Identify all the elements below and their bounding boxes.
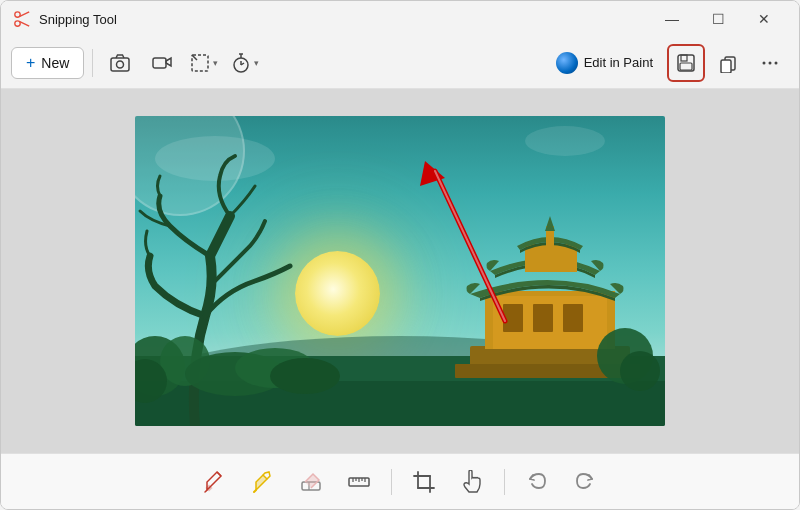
screenshot-container xyxy=(135,116,665,426)
camera-icon xyxy=(109,52,131,74)
copy-button[interactable] xyxy=(709,44,747,82)
svg-rect-34 xyxy=(563,304,583,332)
svg-line-47 xyxy=(254,490,256,492)
main-toolbar: + New ▾ xyxy=(1,37,799,89)
plus-icon: + xyxy=(26,54,35,72)
undo-icon xyxy=(526,471,548,493)
video-mode-button[interactable] xyxy=(143,44,181,82)
svg-marker-37 xyxy=(545,216,555,231)
video-icon xyxy=(151,52,173,74)
svg-line-3 xyxy=(20,22,29,27)
eraser-icon xyxy=(299,470,323,494)
svg-rect-15 xyxy=(681,55,687,61)
svg-point-5 xyxy=(117,61,124,68)
crop-icon xyxy=(412,470,436,494)
bottom-toolbar xyxy=(1,453,799,509)
pen-icon xyxy=(203,470,227,494)
timer-icon xyxy=(230,52,252,74)
redo-button[interactable] xyxy=(565,462,605,502)
svg-line-2 xyxy=(20,12,29,16)
snipping-tool-window: Snipping Tool — ☐ ✕ + New xyxy=(0,0,800,510)
eraser-tool-button[interactable] xyxy=(291,462,331,502)
content-area xyxy=(1,89,799,453)
window-controls: — ☐ ✕ xyxy=(649,1,787,37)
save-icon xyxy=(676,53,696,73)
pen-tool-button[interactable] xyxy=(195,462,235,502)
snip-mode-button[interactable]: ▾ xyxy=(185,44,222,82)
svg-point-1 xyxy=(15,21,20,26)
highlighter-tool-button[interactable] xyxy=(243,462,283,502)
svg-rect-32 xyxy=(503,304,523,332)
close-button[interactable]: ✕ xyxy=(741,1,787,37)
copy-icon xyxy=(718,53,738,73)
redo-icon xyxy=(574,471,596,493)
bottom-separator-1 xyxy=(391,469,392,495)
svg-rect-18 xyxy=(721,60,731,73)
highlighter-icon xyxy=(251,470,275,494)
svg-point-20 xyxy=(769,61,772,64)
ruler-tool-button[interactable] xyxy=(339,462,379,502)
touch-icon xyxy=(460,470,484,494)
paint-globe-icon xyxy=(556,52,578,74)
snip-mode-dropdown-arrow: ▾ xyxy=(213,58,218,68)
svg-point-39 xyxy=(620,351,660,391)
window-title: Snipping Tool xyxy=(39,12,117,27)
edit-paint-label: Edit in Paint xyxy=(584,55,653,70)
new-label: New xyxy=(41,55,69,71)
screenshot-mode-button[interactable] xyxy=(101,44,139,82)
maximize-button[interactable]: ☐ xyxy=(695,1,741,37)
svg-rect-4 xyxy=(111,58,129,71)
title-bar: Snipping Tool — ☐ ✕ xyxy=(1,1,799,37)
touch-tool-button[interactable] xyxy=(452,462,492,502)
svg-rect-33 xyxy=(533,304,553,332)
svg-rect-16 xyxy=(680,63,692,70)
svg-point-42 xyxy=(270,358,340,394)
bottom-separator-2 xyxy=(504,469,505,495)
timer-button[interactable]: ▾ xyxy=(226,44,263,82)
new-button[interactable]: + New xyxy=(11,47,84,79)
svg-point-19 xyxy=(763,61,766,64)
svg-point-21 xyxy=(775,61,778,64)
svg-point-0 xyxy=(15,12,20,17)
separator-1 xyxy=(92,49,93,77)
crop-tool-button[interactable] xyxy=(404,462,444,502)
edit-in-paint-button[interactable]: Edit in Paint xyxy=(546,46,663,80)
snip-mode-icon xyxy=(189,52,211,74)
illustration xyxy=(135,116,665,426)
save-button[interactable] xyxy=(667,44,705,82)
svg-rect-6 xyxy=(153,58,166,68)
more-options-button[interactable] xyxy=(751,44,789,82)
ruler-icon xyxy=(347,470,371,494)
timer-dropdown-arrow: ▾ xyxy=(254,58,259,68)
minimize-button[interactable]: — xyxy=(649,1,695,37)
scene-svg xyxy=(135,116,665,426)
more-options-icon xyxy=(760,53,780,73)
undo-button[interactable] xyxy=(517,462,557,502)
app-icon xyxy=(13,10,31,28)
title-bar-left: Snipping Tool xyxy=(13,10,117,28)
